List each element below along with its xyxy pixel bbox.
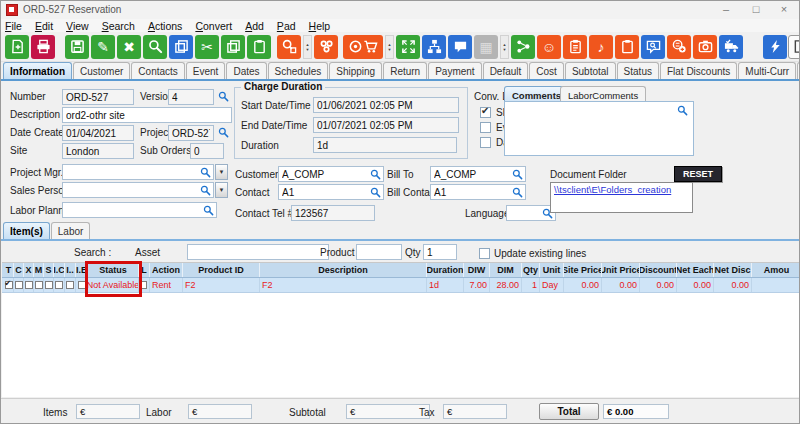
row-checkbox-m[interactable] [35, 281, 43, 289]
tab-payment[interactable]: Payment [428, 62, 481, 79]
grid-cell-i-c[interactable] [54, 278, 65, 292]
search-icon[interactable] [143, 35, 167, 59]
tab-labor-comments[interactable]: LaborComments [560, 86, 646, 102]
options-icon[interactable] [314, 35, 338, 59]
menu-add[interactable]: Add [245, 20, 264, 32]
grid-cell-s[interactable] [44, 278, 54, 292]
tab-item-s[interactable]: Item(s) [3, 222, 50, 239]
grid-cell-c[interactable] [14, 278, 24, 292]
search-items-dropdown[interactable]: ▲▼ [303, 35, 312, 59]
bill-contact-search-icon[interactable] [512, 187, 523, 198]
grid-col-i-e[interactable]: I.E [76, 263, 88, 277]
total-button[interactable]: Total [539, 403, 599, 420]
grid-cell-t[interactable] [4, 278, 14, 292]
tab-flat-discounts[interactable]: Flat Discounts [660, 62, 737, 79]
grid-col-dim[interactable]: DIM [490, 263, 522, 277]
row-checkbox-x[interactable] [25, 281, 33, 289]
version-search-icon[interactable] [218, 91, 229, 102]
grid-col-s[interactable]: S [44, 263, 54, 277]
start-datetime-field[interactable] [313, 97, 459, 113]
quote-search-icon[interactable] [641, 35, 665, 59]
menu-help[interactable]: Help [309, 20, 331, 32]
billing-icon[interactable] [667, 35, 691, 59]
menu-search[interactable]: Search [102, 20, 135, 32]
bill-contact-field[interactable] [430, 184, 526, 200]
sub-orders-field[interactable] [190, 143, 224, 159]
labor-planner-search-icon[interactable] [203, 205, 214, 216]
delete-icon[interactable]: ✖ [117, 35, 141, 59]
update-existing-lines-checkbox[interactable] [479, 248, 490, 259]
org-chart-icon[interactable] [422, 35, 446, 59]
save-icon[interactable] [65, 35, 89, 59]
qty-input[interactable] [423, 244, 457, 260]
paste-icon[interactable] [247, 35, 271, 59]
grid-col-t[interactable]: T [4, 263, 14, 277]
number-field[interactable] [62, 89, 134, 105]
tab-default[interactable]: Default [483, 62, 529, 79]
expand-icon[interactable] [396, 35, 420, 59]
grid-col-site-price[interactable]: Site Price [564, 263, 602, 277]
grid-cell-site-price[interactable]: 0.00 [564, 278, 602, 292]
grid-col-unit-price[interactable]: Unit Price [602, 263, 640, 277]
copy-icon[interactable] [221, 35, 245, 59]
grid-col-m[interactable]: M [34, 263, 44, 277]
tab-return[interactable]: Return [383, 62, 427, 79]
grid-cell-qty[interactable]: 1 [522, 278, 540, 292]
menu-view[interactable]: View [66, 20, 89, 32]
tab-event[interactable]: Event [186, 62, 226, 79]
asset-input[interactable] [187, 244, 329, 260]
quick-action-icon[interactable] [763, 35, 787, 59]
grid-cell-duration[interactable]: 1d [427, 278, 464, 292]
maximize-button[interactable]: □ [745, 3, 767, 15]
crew-icon[interactable]: ☺ [537, 35, 561, 59]
grid-cell-diw[interactable]: 7.00 [464, 278, 490, 292]
tab-status[interactable]: Status [617, 62, 659, 79]
bill-to-field[interactable] [430, 166, 526, 182]
document-folder-link[interactable]: \\tsclient\E\Folders_creation [554, 184, 671, 195]
sales-person-dropdown[interactable]: ▼ [215, 182, 228, 198]
new-document-icon[interactable] [5, 35, 29, 59]
grid-col-product-id[interactable]: Product ID [183, 263, 260, 277]
row-checkbox-c[interactable] [15, 281, 23, 289]
grid-col-l[interactable]: L [139, 263, 150, 277]
grid-cell-status[interactable]: Not Available [88, 278, 139, 292]
grid-row-selected[interactable]: Not AvailableRentF2F21d7.0028.001Day0.00… [2, 278, 799, 293]
cut-icon[interactable]: ✂ [195, 35, 219, 59]
tab-subtotal[interactable]: Subtotal [565, 62, 616, 79]
grid-cell-x[interactable] [24, 278, 34, 292]
project-field[interactable] [168, 125, 214, 141]
grid-cell-i[interactable] [65, 278, 76, 292]
notes-icon[interactable]: ♪ [589, 35, 613, 59]
event-pricing-checkbox[interactable] [480, 122, 491, 133]
grid-col-amou[interactable]: Amou [752, 263, 800, 277]
tab-schedules[interactable]: Schedules [268, 62, 329, 79]
row-checkbox-l[interactable] [141, 281, 147, 289]
grid-cell-dim[interactable]: 28.00 [490, 278, 522, 292]
tab-dates[interactable]: Dates [226, 62, 266, 79]
task-list-icon[interactable] [563, 35, 587, 59]
product-input[interactable] [356, 244, 402, 260]
hierarchy-icon[interactable] [511, 35, 535, 59]
reset-button[interactable]: RESET [674, 166, 722, 182]
edit-icon[interactable]: ✎ [91, 35, 115, 59]
grid-col-qty[interactable]: Qty [522, 263, 540, 277]
add-to-cart-icon[interactable] [343, 35, 383, 59]
description-field[interactable] [62, 107, 232, 123]
print-icon[interactable] [31, 35, 55, 59]
show-suggestions-checkbox[interactable] [480, 107, 491, 118]
grid-col-i[interactable]: I.. [65, 263, 76, 277]
menu-edit[interactable]: Edit [35, 20, 53, 32]
grid-cell-l[interactable] [139, 278, 150, 292]
photos-icon[interactable] [693, 35, 717, 59]
grid-col-duration[interactable]: Duration [427, 263, 464, 277]
grid-col-description[interactable]: Description [260, 263, 427, 277]
grid-cell-unit[interactable]: Day [540, 278, 564, 292]
row-checkbox-t[interactable] [5, 281, 13, 289]
grid-col-action[interactable]: Action [150, 263, 183, 277]
tab-multi-curr[interactable]: Multi-Curr [738, 62, 796, 79]
grid-col-status[interactable]: Status [88, 263, 139, 277]
project-mgr-field[interactable] [62, 164, 214, 180]
tab-cost[interactable]: Cost [529, 62, 564, 79]
tab-customer[interactable]: Customer [73, 62, 130, 79]
grid-col-diw[interactable]: DIW [464, 263, 490, 277]
